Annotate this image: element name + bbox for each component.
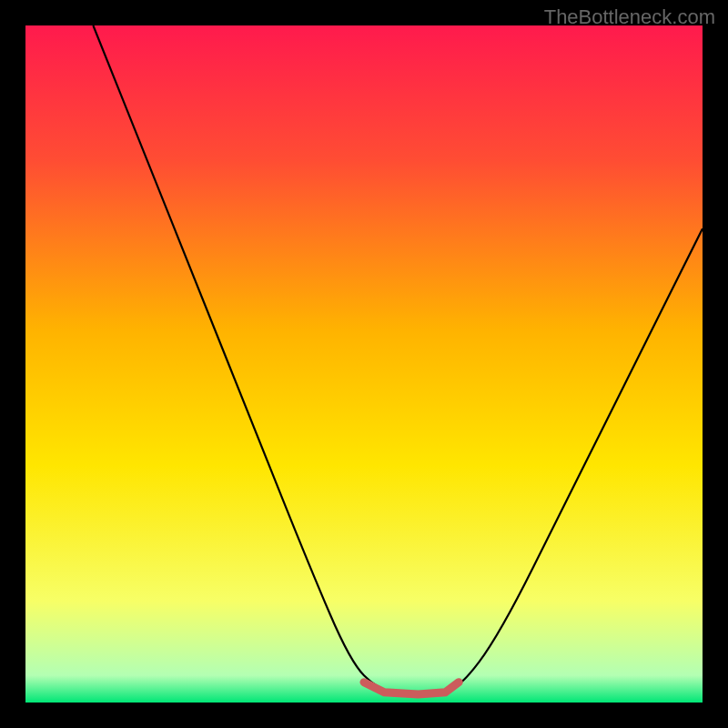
gradient-background	[25, 25, 703, 703]
bottleneck-chart	[25, 25, 703, 703]
watermark-text: TheBottleneck.com	[544, 5, 715, 29]
